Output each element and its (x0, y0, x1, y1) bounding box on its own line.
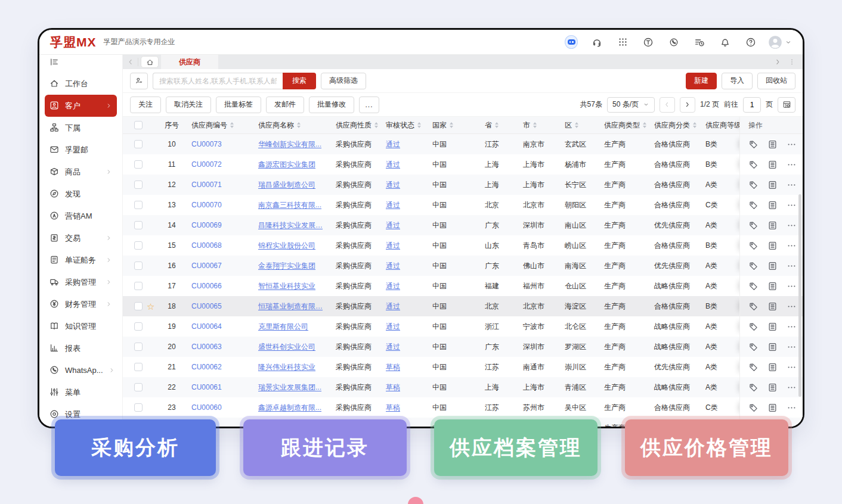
sidebar-item-knowledge[interactable]: 知识管理 (45, 315, 117, 337)
contact-filter-icon[interactable] (130, 73, 148, 89)
apps-grid-icon[interactable] (616, 36, 629, 49)
audit-status-link[interactable]: 通过 (379, 134, 426, 154)
row-checkbox[interactable] (134, 160, 143, 169)
row-checkbox[interactable] (134, 403, 143, 412)
document-icon[interactable] (767, 160, 778, 170)
audit-status-link[interactable]: 通过 (379, 276, 426, 296)
search-button[interactable]: 搜索 (283, 73, 316, 89)
supplier-code-link[interactable]: CU00060 (185, 397, 252, 418)
supplier-code-link[interactable]: CU00061 (185, 377, 252, 397)
row-checkbox[interactable] (134, 322, 143, 331)
send-email-button[interactable]: 发邮件 (266, 97, 304, 113)
tag-icon[interactable] (748, 281, 759, 291)
document-icon[interactable] (767, 301, 778, 312)
document-icon[interactable] (767, 200, 778, 210)
back-chevron-icon[interactable] (123, 58, 138, 66)
row-checkbox[interactable] (134, 343, 143, 351)
supplier-name-link[interactable]: 锦程实业股份公司 (252, 235, 329, 256)
home-tab-button[interactable] (141, 56, 159, 68)
sidebar-item-menu[interactable]: 菜单 (45, 381, 117, 403)
unfollow-button[interactable]: 取消关注 (166, 97, 211, 113)
sort-icon[interactable] (533, 122, 537, 128)
supplier-code-link[interactable]: CU00066 (185, 276, 252, 296)
tag-icon[interactable] (748, 241, 759, 251)
audit-status-link[interactable]: 通过 (379, 175, 426, 195)
audit-status-link[interactable]: 通过 (379, 256, 426, 276)
follow-button[interactable]: 关注 (130, 97, 161, 113)
sidebar-item-report[interactable]: 报表 (45, 337, 117, 359)
template-t-icon[interactable] (642, 36, 655, 49)
tag-icon[interactable] (748, 261, 759, 271)
overlay-button-4[interactable]: 供应价格管理 (625, 419, 788, 476)
user-menu[interactable] (768, 35, 792, 49)
supplier-name-link[interactable]: 克里斯有限公司 (252, 316, 329, 337)
next-page-button[interactable] (680, 97, 695, 113)
tag-icon[interactable] (748, 180, 759, 190)
select-all-checkbox[interactable] (134, 121, 143, 129)
document-icon[interactable] (767, 382, 778, 393)
more-icon[interactable] (787, 200, 797, 210)
more-icon[interactable] (787, 220, 797, 231)
sort-icon[interactable] (450, 122, 453, 128)
activity-log-icon[interactable] (693, 36, 706, 49)
overlay-button-1[interactable]: 采购分析 (55, 419, 216, 476)
audit-status-link[interactable]: 草稿 (379, 357, 426, 377)
import-button[interactable]: 导入 (722, 73, 753, 89)
collapse-sidebar-icon[interactable] (49, 57, 59, 67)
supplier-code-link[interactable]: CU00065 (185, 296, 252, 316)
row-checkbox[interactable] (134, 262, 143, 270)
supplier-name-link[interactable]: 鑫源卓越制造有限... (252, 397, 329, 418)
user-avatar-icon[interactable] (768, 35, 782, 49)
row-checkbox[interactable] (134, 282, 143, 290)
create-button[interactable]: 新建 (686, 73, 717, 89)
sidebar-item-subordinate[interactable]: 下属 (45, 117, 117, 139)
more-icon[interactable] (787, 362, 797, 372)
tag-icon[interactable] (748, 403, 759, 413)
tab-more-icon[interactable] (788, 58, 795, 66)
advanced-filter-button[interactable]: 高级筛选 (321, 73, 366, 89)
more-icon[interactable] (787, 382, 797, 393)
table-settings-icon[interactable] (778, 97, 795, 113)
supplier-name-link[interactable]: 盛世科创实业公司 (252, 337, 329, 357)
tag-icon[interactable] (748, 362, 759, 372)
supplier-name-link[interactable]: 华峰创新实业有限... (252, 134, 329, 154)
goto-page-input[interactable] (743, 97, 761, 113)
document-icon[interactable] (767, 322, 778, 332)
audit-status-link[interactable]: 通过 (379, 235, 426, 256)
more-icon[interactable] (787, 403, 797, 413)
vertical-scrollbar[interactable] (798, 194, 801, 397)
row-checkbox[interactable] (134, 302, 143, 310)
document-icon[interactable] (767, 139, 778, 150)
row-checkbox[interactable] (134, 221, 143, 229)
row-checkbox[interactable] (134, 363, 143, 371)
tag-icon[interactable] (748, 301, 759, 312)
row-checkbox[interactable] (134, 241, 143, 250)
supplier-code-link[interactable]: CU00062 (185, 357, 252, 377)
document-icon[interactable] (767, 281, 778, 291)
search-input[interactable] (153, 73, 283, 89)
document-icon[interactable] (767, 241, 778, 251)
more-icon[interactable] (787, 342, 797, 352)
sidebar-item-product[interactable]: 商品 (45, 161, 117, 183)
help-icon[interactable] (744, 36, 757, 49)
overlay-button-2[interactable]: 跟进记录 (243, 419, 407, 476)
tag-icon[interactable] (748, 220, 759, 231)
more-icon[interactable] (787, 301, 797, 312)
sidebar-item-customer[interactable]: 客户 (45, 95, 117, 117)
ai-assistant-icon[interactable] (565, 36, 578, 49)
supplier-code-link[interactable]: CU00068 (185, 235, 252, 256)
supplier-name-link[interactable]: 瑞景实业发展集团... (252, 377, 329, 397)
sidebar-item-whatsapp[interactable]: WhatsAp... (45, 359, 117, 381)
audit-status-link[interactable]: 通过 (379, 316, 426, 337)
supplier-code-link[interactable]: CU00072 (185, 154, 252, 175)
document-icon[interactable] (767, 220, 778, 231)
tag-icon[interactable] (748, 160, 759, 170)
audit-status-link[interactable]: 通过 (379, 215, 426, 235)
row-checkbox[interactable] (134, 201, 143, 209)
supplier-name-link[interactable]: 金泰翔宇实业集团 (252, 256, 329, 276)
bulk-edit-button[interactable]: 批量修改 (309, 97, 354, 113)
supplier-code-link[interactable]: CU00070 (185, 195, 252, 215)
supplier-code-link[interactable]: CU00064 (185, 316, 252, 337)
overlay-button-3[interactable]: 供应档案管理 (434, 419, 598, 476)
page-size-select[interactable]: 50 条/页 (607, 97, 655, 113)
